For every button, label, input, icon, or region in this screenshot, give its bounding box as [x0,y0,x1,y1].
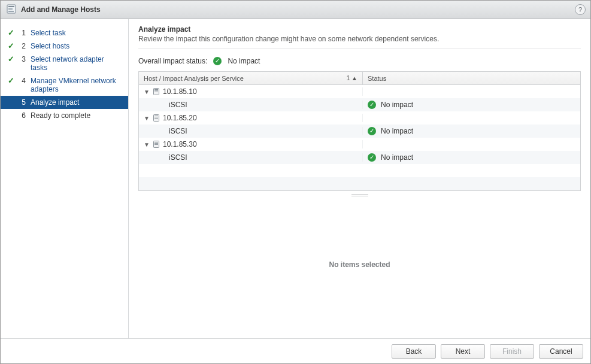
wizard-window: Add and Manage Hosts ? ✓ 1 Select task ✓… [0,0,591,364]
svg-rect-13 [154,142,158,142]
step-vmkernel-adapters[interactable]: ✓ 4 Manage VMkernel network adapters [1,74,128,96]
window-title: Add and Manage Hosts [21,5,101,14]
table-row-empty [139,164,580,177]
step-label: Analyze impact [31,98,122,107]
host-name: 10.1.85.10 [163,87,197,96]
step-label: Select task [31,29,122,37]
back-button[interactable]: Back [392,344,436,359]
table-row[interactable]: iSCSI ✓No impact [139,125,580,138]
table-row[interactable]: iSCSI ✓No impact [139,151,580,164]
svg-rect-7 [154,92,158,92]
svg-rect-1 [8,6,14,7]
col-status[interactable]: Status [363,72,580,84]
host-icon [153,114,159,122]
check-icon: ✓ [7,77,15,85]
step-analyze-impact[interactable]: ✓ 5 Analyze impact [1,96,128,109]
table-row[interactable]: ▼ 10.1.85.20 [139,111,580,125]
step-number: 4 [20,77,26,85]
help-icon[interactable]: ? [575,4,586,15]
service-name: iSCSI [169,153,187,162]
step-number: 5 [20,98,26,107]
svg-rect-6 [154,90,158,91]
host-icon [153,141,159,148]
svg-rect-14 [154,143,158,144]
page-title: Analyze impact [138,25,581,34]
table-row[interactable]: ▼ 10.1.85.30 [139,138,580,151]
check-icon: ✓ [7,42,15,50]
check-icon: ✓ [7,55,15,63]
collapse-icon[interactable]: ▼ [144,89,150,95]
page-description: Review the impact this configuration cha… [138,35,581,43]
ok-icon: ✓ [368,127,376,135]
service-status: No impact [381,153,413,162]
impact-table: Host / Impact Analysis per Service 1 ▲ S… [138,71,581,191]
step-number: 3 [20,55,26,63]
overall-status-value: No impact [228,57,260,65]
wizard-icon [7,4,16,16]
service-status: No impact [381,127,413,135]
step-label: Manage VMkernel network adapters [31,77,122,93]
svg-rect-11 [154,118,158,119]
step-label: Select hosts [31,42,122,50]
table-row-empty [139,177,580,190]
overall-status-label: Overall impact status: [138,57,207,65]
table-row[interactable]: iSCSI ✓No impact [139,98,580,111]
step-number: 2 [20,42,26,50]
svg-rect-10 [154,117,158,117]
svg-rect-9 [154,116,158,116]
titlebar: Add and Manage Hosts ? [1,1,590,19]
sort-indicator: 1 ▲ [347,75,357,81]
col-status-label: Status [368,75,386,82]
step-number: 1 [20,29,26,37]
step-label: Select network adapter tasks [31,55,122,72]
wizard-body: ✓ 1 Select task ✓ 2 Select hosts ✓ 3 Sel… [1,19,590,338]
wizard-footer: Back Next Finish Cancel [1,338,590,363]
check-icon: ✓ [7,29,15,37]
cancel-button[interactable]: Cancel [539,344,583,359]
next-button[interactable]: Next [441,344,485,359]
table-body: ▼ 10.1.85.10 iSCSI ✓No impact ▼ [139,85,580,190]
svg-rect-15 [154,144,158,145]
divider [138,48,581,48]
service-name: iSCSI [169,101,187,109]
ok-icon: ✓ [368,101,376,109]
table-header: Host / Impact Analysis per Service 1 ▲ S… [139,72,580,85]
host-icon [153,88,159,95]
overall-status-row: Overall impact status: ✓ No impact [138,57,581,65]
svg-rect-5 [154,89,158,90]
steps-sidebar: ✓ 1 Select task ✓ 2 Select hosts ✓ 3 Sel… [1,19,129,338]
service-status: No impact [381,101,413,109]
col-host[interactable]: Host / Impact Analysis per Service 1 ▲ [139,72,363,84]
host-name: 10.1.85.20 [163,114,197,122]
empty-text: No items selected [329,260,390,269]
collapse-icon[interactable]: ▼ [144,115,150,122]
step-ready-complete[interactable]: ✓ 6 Ready to complete [1,109,128,122]
svg-rect-3 [8,11,14,12]
ok-icon: ✓ [368,153,376,162]
finish-button: Finish [490,344,534,359]
col-host-label: Host / Impact Analysis per Service [144,75,244,82]
svg-rect-2 [8,8,13,10]
service-name: iSCSI [169,127,187,135]
step-network-adapter-tasks[interactable]: ✓ 3 Select network adapter tasks [1,53,128,74]
main-panel: Analyze impact Review the impact this co… [129,19,590,338]
ok-icon: ✓ [213,57,222,65]
table-row[interactable]: ▼ 10.1.85.10 [139,85,580,98]
step-number: 6 [20,111,26,120]
step-label: Ready to complete [31,111,122,120]
collapse-icon[interactable]: ▼ [144,141,150,148]
step-select-hosts[interactable]: ✓ 2 Select hosts [1,40,128,53]
step-select-task[interactable]: ✓ 1 Select task [1,26,128,40]
host-name: 10.1.85.30 [163,140,197,148]
details-empty: No items selected [138,197,581,332]
